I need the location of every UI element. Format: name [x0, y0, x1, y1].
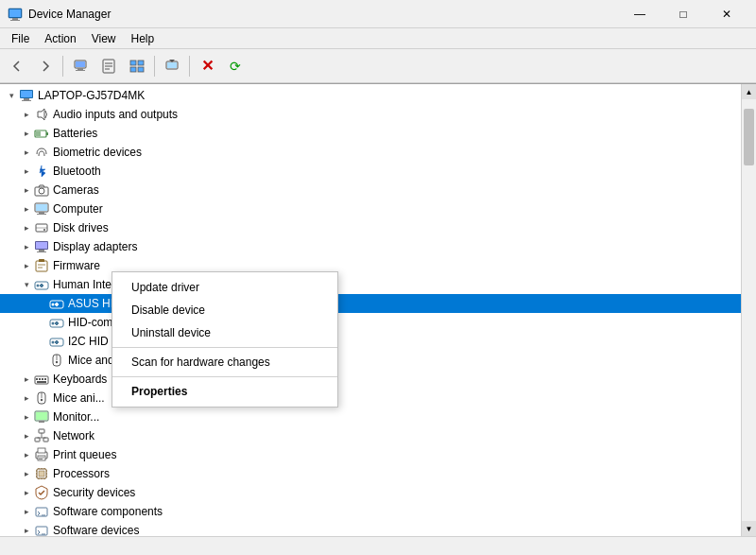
back-button[interactable] [4, 53, 30, 79]
firmware-toggle[interactable] [19, 256, 34, 275]
disk-toggle[interactable] [19, 218, 34, 237]
menu-action[interactable]: Action [37, 30, 83, 47]
properties-toolbar-button[interactable] [95, 53, 122, 79]
biometric-toggle[interactable] [19, 143, 34, 162]
scrollbar-thumb[interactable] [744, 109, 754, 165]
context-menu-sep2 [112, 376, 337, 377]
root-label: LAPTOP-GJ57D4MK [38, 89, 145, 102]
software-dev-toggle[interactable] [19, 521, 34, 536]
cameras-icon [34, 182, 49, 198]
tree-item-print[interactable]: Print queues [0, 445, 741, 464]
minimize-button[interactable]: — [618, 0, 662, 28]
computer-label: Computer [53, 202, 103, 216]
svg-rect-6 [77, 68, 83, 70]
software-comp-toggle[interactable] [19, 502, 34, 521]
context-menu-update-driver[interactable]: Update driver [112, 276, 337, 299]
cameras-toggle[interactable] [19, 181, 34, 199]
mice-toggle[interactable] [19, 389, 34, 408]
close-button[interactable]: ✕ [705, 0, 748, 28]
tree-item-bluetooth[interactable]: Bluetooth [0, 162, 741, 181]
print-label: Print queues [53, 448, 116, 461]
display-toggle[interactable] [19, 237, 34, 256]
svg-rect-27 [36, 131, 41, 136]
processors-toggle[interactable] [19, 464, 34, 483]
audio-toggle[interactable] [19, 105, 34, 124]
tree-item-disk[interactable]: Disk drives [0, 218, 741, 237]
svg-rect-60 [55, 341, 59, 343]
mice-icon [34, 390, 49, 406]
batteries-toggle[interactable] [19, 124, 34, 143]
svg-rect-56 [55, 322, 59, 324]
tree-item-audio[interactable]: Audio inputs and outputs [0, 105, 741, 124]
bluetooth-label: Bluetooth [53, 165, 101, 178]
forward-button[interactable] [32, 53, 59, 79]
scrollbar[interactable]: ▲ ▼ [741, 84, 756, 536]
tree-item-cameras[interactable]: Cameras [0, 181, 741, 199]
delete-button[interactable]: ✕ [194, 53, 220, 79]
tree-item-monitors[interactable]: Monitor... [0, 408, 741, 426]
toolbar: ✕ ⟳ [0, 49, 756, 83]
update-driver-toolbar-btn[interactable] [159, 53, 185, 79]
svg-rect-13 [138, 61, 144, 65]
tree-item-batteries[interactable]: Batteries [0, 124, 741, 143]
print-toggle[interactable] [19, 445, 34, 464]
menu-file[interactable]: File [4, 30, 37, 47]
root-toggle[interactable] [4, 86, 19, 105]
up-button[interactable] [67, 53, 94, 79]
svg-rect-65 [36, 378, 38, 380]
title-bar: Device Manager — □ ✕ [0, 0, 756, 28]
processors-icon [34, 466, 49, 481]
network-toggle[interactable] [19, 426, 34, 445]
svg-rect-26 [46, 132, 48, 135]
maximize-button[interactable]: □ [662, 0, 705, 28]
context-menu: Update driver Disable device Uninstall d… [112, 271, 338, 408]
svg-rect-1 [9, 9, 21, 17]
scan-changes-btn[interactable]: ⟳ [222, 53, 249, 79]
batteries-icon [34, 126, 49, 141]
svg-rect-76 [39, 429, 44, 433]
tree-item-software-comp[interactable]: Software components [0, 502, 741, 521]
toolbar-sep-3 [189, 56, 190, 77]
show-hidden-button[interactable] [124, 53, 150, 79]
svg-rect-74 [36, 412, 47, 420]
svg-rect-12 [130, 61, 136, 65]
menu-view[interactable]: View [84, 30, 124, 47]
hid-toggle[interactable] [19, 275, 34, 294]
context-menu-disable-device[interactable]: Disable device [112, 299, 337, 321]
tree-item-network[interactable]: Network [0, 426, 741, 445]
tree-root[interactable]: LAPTOP-GJ57D4MK [0, 86, 741, 105]
tree-item-computer[interactable]: Computer [0, 199, 741, 218]
computer-toggle[interactable] [19, 199, 34, 218]
tree-item-biometric[interactable]: Biometric devices [0, 143, 741, 162]
context-menu-uninstall-device[interactable]: Uninstall device [112, 321, 337, 344]
monitors-toggle[interactable] [19, 408, 34, 426]
scroll-up-button[interactable]: ▲ [742, 84, 757, 99]
cameras-label: Cameras [53, 183, 99, 197]
svg-rect-17 [167, 62, 177, 68]
tree-item-display[interactable]: Display adapters [0, 237, 741, 256]
svg-rect-2 [12, 18, 18, 20]
tree-item-security[interactable]: Security devices [0, 483, 741, 502]
audio-label: Audio inputs and outputs [53, 108, 178, 121]
context-menu-properties[interactable]: Properties [112, 380, 337, 403]
svg-rect-52 [55, 304, 59, 305]
menu-help[interactable]: Help [124, 30, 163, 47]
keyboards-label: Keyboards [53, 373, 107, 386]
bluetooth-icon [34, 164, 49, 179]
tree-item-software-dev[interactable]: Software devices [0, 521, 741, 536]
svg-rect-67 [42, 378, 43, 380]
software-dev-label: Software devices [53, 524, 139, 536]
keyboards-toggle[interactable] [19, 370, 34, 389]
window-controls: — □ ✕ [618, 0, 748, 28]
context-menu-scan[interactable]: Scan for hardware changes [112, 351, 337, 373]
svg-rect-14 [130, 67, 136, 72]
svg-rect-33 [37, 214, 46, 215]
svg-rect-15 [138, 67, 144, 72]
svg-rect-48 [40, 285, 43, 286]
window-title: Device Manager [28, 8, 618, 21]
scrollbar-thumb-area [742, 99, 756, 521]
scroll-down-button[interactable]: ▼ [742, 521, 757, 536]
bluetooth-toggle[interactable] [19, 162, 34, 181]
tree-item-processors[interactable]: Processors [0, 464, 741, 483]
security-toggle[interactable] [19, 483, 34, 502]
